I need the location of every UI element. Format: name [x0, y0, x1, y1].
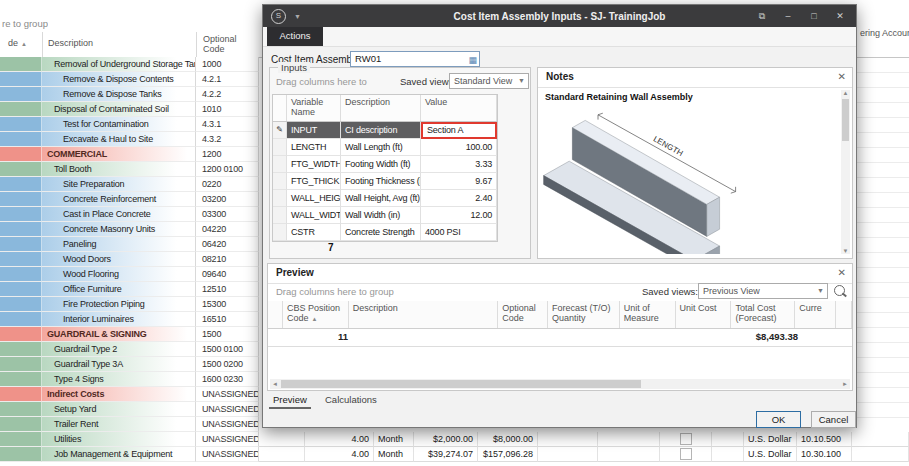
table-row[interactable]: Interior Luminaires16510 [0, 312, 262, 327]
column-header-optional-code[interactable]: Optional Code [498, 301, 548, 328]
input-variable-row[interactable]: LENGTHWall Length (ft)100.00 [273, 139, 497, 156]
optional-code-cell: 1600 0230 [196, 372, 259, 387]
notes-scrollbar[interactable]: ▲ ▼ [841, 90, 850, 254]
column-header-description[interactable]: Description [349, 301, 498, 328]
currency-cell: U.S. Dollar [744, 447, 797, 462]
row-indicator-cell [0, 297, 10, 312]
column-header-forecast-quantity[interactable]: Forecast (T/O) Quantity [548, 301, 620, 328]
scroll-down-icon[interactable]: ▼ [841, 248, 850, 254]
actions-menu-tab[interactable]: Actions [267, 27, 323, 46]
table-row[interactable]: Remove & Dispose Tanks4.2.2 [0, 87, 262, 102]
close-icon[interactable]: ✕ [832, 9, 848, 23]
value-cell[interactable]: 3.33 [421, 156, 497, 173]
table-row[interactable]: Disposal of Contaminated Soil1010 [0, 102, 262, 117]
table-row[interactable]: Concrete Masonry Units04220 [0, 222, 262, 237]
table-row[interactable]: Job Management & EquipmentUNASSIGNED [0, 447, 262, 462]
tab-preview[interactable]: Preview [269, 393, 311, 409]
scroll-left-icon[interactable]: ◄ [270, 379, 280, 389]
table-row[interactable]: Trailer RentUNASSIGNED [0, 417, 262, 432]
table-row[interactable]: COMMERCIAL1200 [0, 147, 262, 162]
maximize-icon[interactable]: □ [806, 9, 822, 23]
row-indicator-cell [0, 117, 10, 132]
lookup-icon[interactable]: ▦ [468, 53, 477, 67]
value-cell[interactable]: 9.67 [421, 173, 497, 190]
empty-cell [852, 432, 909, 447]
table-row[interactable]: 4.00Month$39,274.07$157,096.28U.S. Dolla… [259, 447, 909, 462]
tab-calculations[interactable]: Calculations [321, 393, 381, 409]
table-row[interactable]: Excavate & Haul to Site4.3.2 [0, 132, 262, 147]
table-row[interactable]: Fire Protection Piping15300 [0, 297, 262, 312]
saved-views-dropdown[interactable]: Previous View ▼ [698, 283, 828, 299]
table-row[interactable]: Guardrail Type 3A1500 0200 [0, 357, 262, 372]
input-variable-row[interactable]: ✎INPUTCI descriptionSection A [273, 122, 497, 139]
cbs-code-cell [10, 222, 42, 237]
notes-title: Notes [546, 71, 574, 82]
column-header-value[interactable]: Value [421, 95, 497, 121]
table-row[interactable]: Removal of Underground Storage Tanks1000 [0, 57, 262, 72]
table-row[interactable]: Test for Contamination4.3.1 [0, 117, 262, 132]
search-icon[interactable] [834, 285, 845, 296]
checkbox[interactable] [680, 433, 692, 445]
value-cell[interactable]: 2.40 [421, 190, 497, 207]
table-row[interactable]: Remove & Dispose Contents4.2.1 [0, 72, 262, 87]
column-header-cbs-position-code[interactable]: CBS Position Code▲ [283, 301, 349, 328]
description-cell: Wood Flooring [42, 267, 196, 282]
column-header-variable-name[interactable]: Variable Name [287, 95, 341, 121]
table-row[interactable]: Site Preparation0220 [0, 177, 262, 192]
value-cell[interactable]: Section A [421, 122, 497, 139]
table-row[interactable]: Paneling06420 [0, 237, 262, 252]
table-row[interactable]: Guardrail Type 21500 0100 [0, 342, 262, 357]
optional-code-cell: 08210 [196, 252, 259, 267]
column-header-optional-code[interactable]: Optional Code [196, 32, 259, 57]
close-icon[interactable]: ✕ [838, 71, 846, 83]
column-header-total-cost[interactable]: Total Cost (Forecast) [731, 301, 795, 328]
value-cell[interactable]: 4000 PSI [421, 224, 497, 241]
cbs-code-cell [10, 102, 42, 117]
table-row[interactable]: UtilitiesUNASSIGNED [0, 432, 262, 447]
input-variable-row[interactable]: CSTRConcrete Strength4000 PSI [273, 224, 497, 241]
dialog-titlebar[interactable]: S ▼ Cost Item Assembly Inputs - SJ- Trai… [263, 5, 856, 27]
scroll-up-icon[interactable]: ▲ [841, 90, 850, 96]
description-cell: Remove & Dispose Tanks [42, 87, 196, 102]
table-row[interactable]: Toll Booth1200 0100 [0, 162, 262, 177]
scroll-right-icon[interactable]: ► [840, 379, 850, 389]
scrollbar-thumb[interactable] [281, 380, 641, 388]
inputs-group-drop-zone[interactable]: Drag columns here to [276, 76, 367, 87]
row-indicator-cell [0, 342, 10, 357]
column-header-unit-cost[interactable]: Unit Cost [676, 301, 732, 328]
cbs-code-cell [10, 297, 42, 312]
scrollbar-thumb[interactable] [842, 99, 849, 141]
preview-group-drop-zone[interactable]: Drag columns here to group [276, 286, 394, 297]
table-row[interactable]: Office Furniture12510 [0, 282, 262, 297]
minimize-icon[interactable]: – [780, 9, 796, 23]
column-header-description[interactable]: Description [42, 32, 196, 57]
column-header-description[interactable]: Description [341, 95, 421, 121]
assembly-input[interactable]: RW01 ▦ [350, 51, 480, 67]
table-row[interactable]: Setup YardUNASSIGNED [0, 402, 262, 417]
variable-name-cell: WALL_WIDTH [287, 207, 341, 224]
input-variable-row[interactable]: FTG_THICKFooting Thickness (in)9.67 [273, 173, 497, 190]
column-header-unit-of-measure[interactable]: Unit of Measure [620, 301, 676, 328]
saved-views-dropdown[interactable]: Standard View ▼ [449, 73, 529, 89]
cancel-button[interactable]: Cancel [811, 411, 856, 428]
input-variable-row[interactable]: FTG_WIDTHFooting Width (ft)3.33 [273, 156, 497, 173]
preview-horizontal-scrollbar[interactable]: ◄ ► [270, 379, 850, 389]
value-cell[interactable]: 12.00 [421, 207, 497, 224]
table-row[interactable]: Concrete Reinforcement03200 [0, 192, 262, 207]
table-row[interactable]: Cast in Place Concrete03300 [0, 207, 262, 222]
table-row[interactable]: Wood Doors08210 [0, 252, 262, 267]
table-row[interactable]: Wood Flooring09640 [0, 267, 262, 282]
table-row[interactable]: 4.00Month$2,000.00$8,000.00U.S. Dollar10… [259, 432, 909, 447]
column-header-cbs-code[interactable]: de▲ [0, 32, 42, 57]
input-variable-row[interactable]: WALL_HEIGHTWall Height, Avg (ft)2.40 [273, 190, 497, 207]
close-icon[interactable]: ✕ [838, 267, 846, 279]
input-variable-row[interactable]: WALL_WIDTHWall Width (in)12.00 [273, 207, 497, 224]
value-cell[interactable]: 100.00 [421, 139, 497, 156]
window-popout-icon[interactable]: ⧉ [754, 9, 770, 23]
table-row[interactable]: Type 4 Signs1600 0230 [0, 372, 262, 387]
ok-button[interactable]: OK [756, 411, 801, 428]
column-header-currency-partial[interactable]: Curre [795, 301, 836, 328]
checkbox[interactable] [680, 448, 692, 460]
table-row[interactable]: GUARDRAIL & SIGNING1500 [0, 327, 262, 342]
table-row[interactable]: Indirect CostsUNASSIGNED [0, 387, 262, 402]
